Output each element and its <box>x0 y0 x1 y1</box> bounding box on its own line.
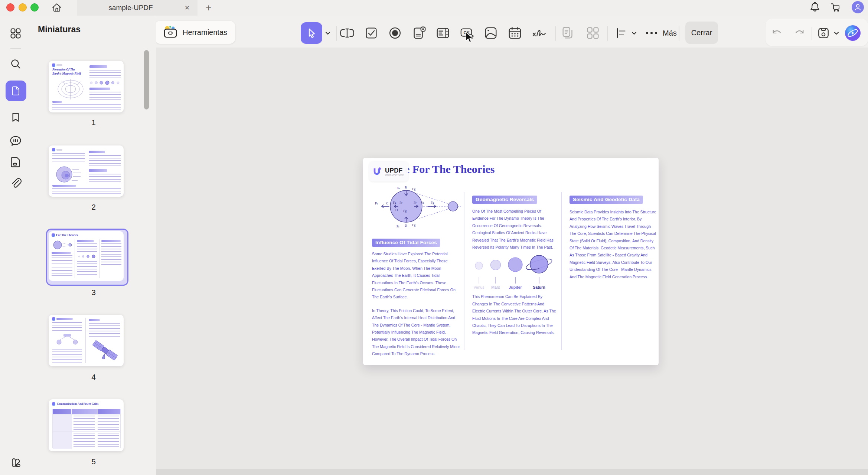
section-heading-seismic: Seismic And Geodetic Data <box>570 196 643 204</box>
mini-logo <box>52 233 55 237</box>
pointer-tool-button[interactable] <box>301 22 322 44</box>
document-tab[interactable]: sample-UPDF × <box>77 0 198 16</box>
svg-text:Fg: Fg <box>412 223 416 227</box>
svg-text:Fr: Fr <box>399 201 402 204</box>
home-icon[interactable] <box>50 1 63 14</box>
updf-logo-watermark: UPDF WWW.UPDF.COM <box>369 161 408 181</box>
text-field-icon[interactable] <box>339 25 355 41</box>
close-editor-label: Cerrar <box>691 29 712 37</box>
sidebar-item-thumbnails[interactable] <box>6 81 26 101</box>
save-chevron-down-icon[interactable] <box>832 29 841 37</box>
column-rule <box>464 192 464 350</box>
thumbnail-page-2[interactable] <box>49 145 124 197</box>
tidal-forces-diagram: Fr B Fg Fr C Fg Fr O Fg Fr A Fg Fr D Fg <box>372 185 461 229</box>
tab-close-icon[interactable]: × <box>182 3 192 13</box>
toolbar-divider <box>607 26 608 41</box>
mini-logo <box>52 402 55 406</box>
page-number: 5 <box>31 457 156 468</box>
pointer-icon <box>304 26 319 40</box>
search-icon[interactable] <box>9 57 23 71</box>
mini-logo <box>52 63 55 67</box>
mini-logo <box>52 148 55 151</box>
page-thumbnail-icon <box>10 85 22 97</box>
close-window-button[interactable] <box>6 3 14 12</box>
minimize-window-button[interactable] <box>19 3 27 12</box>
comments-icon[interactable] <box>9 134 23 148</box>
page-number: 4 <box>31 373 156 383</box>
date-field-icon[interactable] <box>507 25 523 41</box>
svg-text:D: D <box>405 224 407 227</box>
panel-scrollbar[interactable] <box>144 50 149 109</box>
thumbnail-page-4[interactable] <box>49 315 124 366</box>
zoom-window-button[interactable] <box>30 3 39 12</box>
undo-icon[interactable] <box>769 25 786 41</box>
alignment-icon[interactable] <box>613 25 630 41</box>
thumbnail-page-3-selected[interactable]: For The Theories <box>46 229 128 286</box>
mini-tidal-diagram <box>51 239 73 250</box>
checkbox-field-icon[interactable] <box>363 25 379 41</box>
sidebar-divider <box>10 48 21 49</box>
ai-assistant-icon[interactable] <box>844 24 861 42</box>
apps-grid-icon[interactable] <box>9 26 23 40</box>
tidal-paragraph-1: Some Studies Have Explored The Potential… <box>372 250 461 301</box>
thumbnail-page-5[interactable]: Communications And Power Grids <box>49 399 124 451</box>
thumbnail-page-3[interactable]: For The Theories <box>49 231 124 281</box>
column-reversals: Geomagnetic Reversals One Of The Most Co… <box>472 196 558 337</box>
store-cart-icon[interactable] <box>829 1 842 14</box>
svg-text:A: A <box>422 201 424 204</box>
close-editor-button[interactable]: Cerrar <box>685 22 718 44</box>
mouse-cursor <box>465 32 474 44</box>
updf-window: sample-UPDF × + <box>0 0 868 475</box>
toolbox-icon <box>163 24 178 40</box>
svg-text:Fr: Fr <box>375 202 378 205</box>
bookmark-icon[interactable] <box>9 111 23 125</box>
ellipsis-icon <box>645 31 658 35</box>
radio-button-field-icon[interactable] <box>387 25 403 41</box>
updf-logo-icon <box>372 166 382 177</box>
more-label: Más <box>663 29 677 37</box>
new-tab-button[interactable]: + <box>203 2 215 14</box>
mini-field-diagram <box>54 77 87 99</box>
planet-label-saturn: Saturn <box>533 285 545 289</box>
mini-planet-row <box>77 254 97 259</box>
page-number: 1 <box>31 118 156 128</box>
pdf-page[interactable]: e For The Theories UPDF WWW.UPDF.COM <box>363 158 659 365</box>
save-icon[interactable] <box>815 25 832 41</box>
redo-icon[interactable] <box>791 25 807 41</box>
alignment-chevron-down-icon[interactable] <box>630 29 638 37</box>
canvas-bottom-strip <box>156 469 868 475</box>
reversals-paragraph-1: One Of The Most Compelling Pieces Of Evi… <box>472 208 558 251</box>
more-button[interactable]: Más <box>645 25 677 41</box>
title-bar: sample-UPDF × + <box>0 0 868 16</box>
theme-swatches-icon[interactable] <box>9 456 23 470</box>
image-field-icon[interactable] <box>483 25 499 41</box>
combo-box-field-icon[interactable] <box>411 25 427 41</box>
pointer-tool-chevron-down-icon[interactable] <box>324 29 332 37</box>
svg-text:Fg: Fg <box>431 201 434 204</box>
svg-text:Fr: Fr <box>414 201 417 204</box>
notifications-bell-icon[interactable] <box>808 1 822 14</box>
column-tidal: Fr B Fg Fr C Fg Fr O Fg Fr A Fg Fr D Fg <box>372 185 461 358</box>
planet-label-venus: Venus <box>473 285 484 289</box>
toolbar-divider <box>812 27 812 40</box>
toolbar-divider <box>336 26 337 41</box>
signature-field-icon[interactable] <box>531 25 547 41</box>
grid-view-icon[interactable] <box>585 25 601 41</box>
toolbar-divider <box>555 26 556 41</box>
section-heading-tidal: Influence Of Tidal Forces <box>372 239 440 247</box>
svg-text:Fg: Fg <box>403 209 407 213</box>
account-avatar[interactable] <box>852 1 864 13</box>
tools-button[interactable]: Herramientas <box>154 21 235 44</box>
mini-satellite <box>90 339 120 362</box>
seismic-paragraph-1: Seismic Data Provides Insights Into The … <box>570 209 656 281</box>
brand-name: UPDF <box>385 167 404 174</box>
thumbnail-page-1[interactable]: Formation Of TheEarth's Magnetic Field <box>49 61 124 112</box>
planet-label-mars: Mars <box>491 285 500 289</box>
copy-pages-icon[interactable] <box>560 25 576 41</box>
form-page-icon[interactable] <box>9 155 23 169</box>
attachment-paperclip-icon[interactable] <box>9 177 23 191</box>
toolbar-divider <box>679 26 679 41</box>
mini-planets <box>89 80 121 85</box>
thumbnails-panel: Miniaturas Formation Of TheEarth's Magne… <box>31 16 156 475</box>
list-box-field-icon[interactable] <box>435 25 451 41</box>
